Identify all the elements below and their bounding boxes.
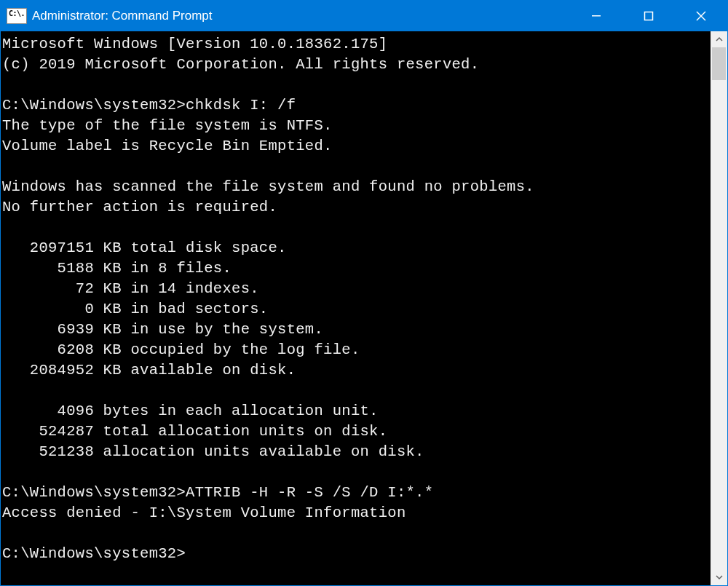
maximize-button[interactable] bbox=[622, 1, 675, 31]
cmd-icon: C:\. bbox=[7, 8, 27, 24]
scrollbar[interactable] bbox=[711, 31, 727, 585]
chevron-up-icon bbox=[716, 36, 723, 43]
window-title: Administrator: Command Prompt bbox=[32, 9, 570, 23]
titlebar[interactable]: C:\. Administrator: Command Prompt bbox=[1, 1, 727, 31]
svg-rect-1 bbox=[645, 12, 653, 20]
maximize-icon bbox=[644, 11, 654, 21]
svg-rect-0 bbox=[592, 15, 601, 17]
minimize-icon bbox=[591, 11, 601, 21]
scrollbar-track[interactable] bbox=[711, 47, 727, 569]
chevron-down-icon bbox=[716, 574, 723, 581]
titlebar-controls bbox=[570, 1, 727, 31]
scrollbar-thumb[interactable] bbox=[712, 47, 726, 80]
cmd-window: C:\. Administrator: Command Prompt bbox=[0, 0, 728, 586]
minimize-button[interactable] bbox=[570, 1, 622, 31]
scrollbar-down-button[interactable] bbox=[711, 569, 727, 585]
terminal-output[interactable]: Microsoft Windows [Version 10.0.18362.17… bbox=[1, 31, 711, 585]
cmd-icon-text: C:\. bbox=[9, 9, 25, 17]
close-icon bbox=[696, 11, 706, 21]
close-button[interactable] bbox=[675, 1, 727, 31]
scrollbar-up-button[interactable] bbox=[711, 31, 727, 47]
content-area: Microsoft Windows [Version 10.0.18362.17… bbox=[1, 31, 727, 585]
